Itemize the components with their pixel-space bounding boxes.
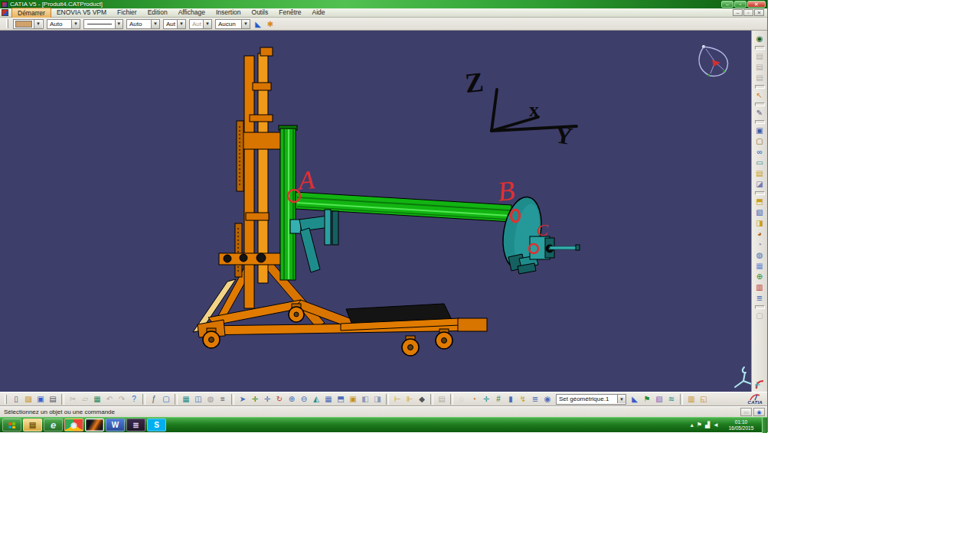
lightning-icon[interactable]: ↯ [518, 393, 529, 405]
picture-icon[interactable]: ▧ [654, 393, 665, 405]
tree-list-icon[interactable]: ≣ [530, 393, 541, 405]
menu-item-enovia-v5-vpm[interactable]: ENOVIA V5 VPM [51, 8, 112, 18]
snapshot-icon[interactable]: ▤ [754, 168, 766, 179]
fly-mode-icon[interactable]: ➤ [237, 393, 249, 405]
zoom-out-icon[interactable]: ⊖ [299, 393, 310, 405]
globe-icon[interactable]: ◍ [205, 393, 217, 405]
binoculars-icon[interactable]: ∞ [754, 147, 766, 158]
constraints-count-icon[interactable]: # [493, 393, 505, 405]
list-icon[interactable]: ≡ [217, 393, 229, 405]
paste-icon[interactable]: ▦ [92, 393, 103, 405]
iso-view-icon[interactable]: ⬒ [335, 393, 347, 405]
help-icon[interactable]: ? [129, 393, 140, 405]
sketcher-icon[interactable]: ✎ [754, 108, 766, 119]
print-icon[interactable]: ▤ [47, 393, 59, 405]
chevron-down-icon[interactable]: ▼ [71, 20, 80, 28]
viewport-canvas[interactable]: A B C Z x Y [0, 31, 752, 392]
update-box-icon[interactable]: ▮ [505, 393, 517, 405]
fit-all-icon[interactable]: ✛ [250, 393, 261, 405]
chevron-down-icon[interactable]: ▼ [617, 395, 626, 403]
line-type-combo[interactable]: ▼ [83, 19, 123, 29]
minimize-button[interactable]: – [721, 1, 733, 8]
menu-item-demarrer[interactable]: Démarrer [11, 8, 51, 18]
line-weight-combo[interactable]: Auto ▼ [126, 19, 160, 29]
catalog-icon[interactable]: ▥ [686, 393, 697, 405]
chevron-down-icon[interactable]: ▼ [151, 20, 159, 28]
knowledge-flag-icon[interactable]: ⚑ [642, 393, 653, 405]
axis-system-icon[interactable]: ✛ [481, 393, 492, 405]
open-icon[interactable]: ▨ [23, 393, 34, 405]
chevron-down-icon[interactable]: ▼ [34, 20, 42, 28]
menu-item-outils[interactable]: Outils [247, 8, 274, 18]
chevron-down-icon[interactable]: ▼ [177, 20, 185, 28]
chevron-down-icon[interactable]: ▼ [115, 20, 122, 28]
menu-item-edition[interactable]: Edition [142, 8, 173, 18]
restore-button[interactable]: ▫ [734, 1, 746, 8]
rotate-icon[interactable]: ↻ [274, 393, 286, 405]
pattern-icon[interactable]: ▦ [754, 261, 766, 272]
existing-component-icon[interactable]: ▢ [754, 136, 766, 147]
pocket-icon[interactable]: ◨ [754, 218, 766, 229]
save-icon[interactable]: ▣ [35, 393, 47, 405]
pan-icon[interactable]: ✛ [262, 393, 273, 405]
update-icon[interactable]: ◉ [754, 34, 766, 44]
assemble-icon[interactable]: ▧ [754, 207, 766, 218]
zoom-in-icon[interactable]: ⊕ [286, 393, 298, 405]
mdi-close-button[interactable]: ✕ [754, 9, 764, 16]
toolbar-grip[interactable] [6, 19, 8, 28]
normal-view-icon[interactable]: ◭ [311, 393, 322, 405]
toolbar-grip[interactable] [5, 395, 7, 404]
axis-sphere-icon[interactable]: ⊕ [754, 272, 766, 282]
hole-icon[interactable]: ◍ [754, 250, 766, 261]
product-graph-icon[interactable]: ◫ [193, 393, 204, 405]
catalog-browser-icon[interactable]: ◱ [698, 393, 710, 405]
groove-icon[interactable]: ◔ [754, 239, 766, 250]
mdi-restore-button[interactable]: ▫ [743, 9, 753, 16]
volume-icon[interactable]: ◄ [713, 422, 719, 429]
paint-icon[interactable]: ◣ [629, 393, 641, 405]
menu-item-affichage[interactable]: Affichage [173, 8, 211, 18]
measure-between-icon[interactable]: ⊢ [392, 393, 403, 405]
show-desktop-button[interactable] [762, 418, 767, 433]
opacity-combo[interactable]: Auto ▼ [47, 19, 80, 29]
geometrical-set-combo[interactable]: Set géométrique.1▼ [556, 394, 626, 405]
hide-show-icon[interactable]: ◨ [372, 393, 384, 405]
measure-item-icon[interactable]: ⊩ [404, 393, 416, 405]
mdi-minimize-button[interactable]: – [733, 9, 743, 16]
menu-item-insertion[interactable]: Insertion [211, 8, 247, 18]
painter-icon[interactable]: ◣ [253, 18, 264, 30]
lens-icon[interactable]: ◉ [542, 393, 554, 405]
taskbar-clock[interactable]: 01:10 16/05/2015 [723, 419, 760, 431]
swoosh-icon[interactable]: ◔ [469, 393, 480, 405]
word-taskbar-button[interactable]: W [106, 418, 125, 431]
menu-item-fenetre[interactable]: Fenêtre [273, 8, 306, 18]
layers-stack-icon[interactable]: ≣ [754, 293, 766, 304]
multi-view-icon[interactable]: ▦ [323, 393, 335, 405]
measure-inertia-icon[interactable]: ◆ [416, 393, 428, 405]
explorer-taskbar-button[interactable]: ▤ [23, 418, 42, 431]
skype-taskbar-button[interactable]: S [147, 418, 166, 431]
internet-explorer-taskbar-button[interactable]: e [44, 418, 63, 431]
hidden-icons-icon[interactable]: ▴ [691, 422, 694, 429]
pad-icon[interactable]: ⬒ [754, 197, 766, 207]
action-center-flag-icon[interactable]: ⚑ [697, 422, 702, 429]
point-style-combo[interactable]: Aut ▼ [163, 19, 186, 29]
winrar-taskbar-button[interactable]: ≣ [126, 418, 145, 431]
network-icon[interactable]: ▟ [705, 422, 710, 429]
render-style-combo[interactable]: Aucun ▼ [215, 19, 250, 29]
wizard-icon[interactable]: ✱ [265, 18, 276, 30]
new-part-icon[interactable]: ▣ [754, 125, 766, 136]
chevron-down-icon[interactable]: ▼ [241, 20, 250, 28]
power-input-button[interactable]: ◉ [753, 408, 765, 416]
named-views-icon[interactable]: ▣ [348, 393, 359, 405]
fill-color-combo[interactable]: ▼ [13, 19, 44, 29]
mailbox-icon[interactable]: ▭ [754, 158, 766, 168]
shaft-icon[interactable]: ◕ [754, 229, 766, 239]
component-red-icon[interactable]: ▥ [754, 282, 766, 293]
render-style-icon[interactable]: ◧ [360, 393, 371, 405]
menu-item-aide[interactable]: Aide [307, 8, 331, 18]
start-button[interactable] [2, 418, 21, 431]
design-table-icon[interactable]: ▦ [181, 393, 192, 405]
select-arrow-icon[interactable]: ↖ [754, 90, 766, 101]
catia-taskbar-button-active[interactable] [85, 418, 104, 431]
